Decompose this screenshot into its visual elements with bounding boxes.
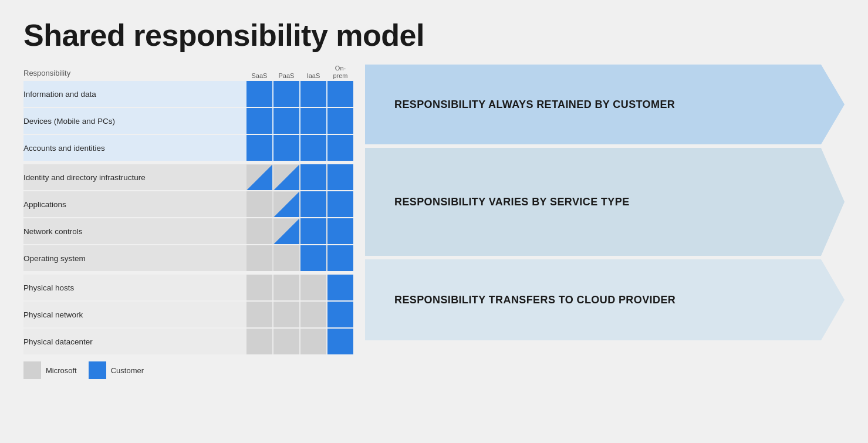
row-label-9: Physical datacenter (23, 337, 246, 346)
cell-9-3 (327, 329, 353, 354)
cell-6-3 (327, 245, 353, 271)
cell-9-0 (246, 329, 272, 354)
legend: Microsoft Customer (23, 361, 353, 379)
table-row: Information and data (23, 81, 353, 107)
cell-8-1 (273, 302, 299, 327)
table-row: Applications (23, 191, 353, 217)
table-row: Physical network (23, 302, 353, 327)
legend-microsoft-label: Microsoft (46, 366, 77, 375)
cell-3-1 (273, 164, 299, 190)
cell-9-1 (273, 329, 299, 354)
table-row: Network controls (23, 218, 353, 244)
page-title: Shared responsibility model (23, 18, 845, 53)
legend-customer: Customer (89, 361, 144, 379)
table-row: Devices (Mobile and PCs) (23, 108, 353, 134)
table-header: Responsibility SaaS PaaS IaaS On-prem (23, 65, 353, 80)
cell-8-3 (327, 302, 353, 327)
cell-2-1 (273, 135, 299, 161)
cell-8-0 (246, 302, 272, 327)
row-label-4: Applications (23, 200, 246, 209)
row-label-5: Network controls (23, 227, 246, 236)
banner-text-3: RESPONSIBILITY TRANSFERS TO CLOUD PROVID… (365, 294, 711, 306)
col-header-iaas: IaaS (300, 72, 326, 80)
row-cells-6 (246, 245, 353, 271)
cell-7-3 (327, 275, 353, 300)
row-cells-7 (246, 275, 353, 300)
col-headers: SaaS PaaS IaaS On-prem (246, 65, 353, 80)
cell-0-1 (273, 81, 299, 107)
row-cells-5 (246, 218, 353, 244)
legend-customer-label: Customer (111, 366, 144, 375)
cell-0-0 (246, 81, 272, 107)
cell-2-3 (327, 135, 353, 161)
row-cells-1 (246, 108, 353, 134)
cell-5-3 (327, 218, 353, 244)
banner-text-2: RESPONSIBILITY VARIES BY SERVICE TYPE (365, 196, 665, 208)
row-cells-4 (246, 191, 353, 217)
col-header-paas: PaaS (273, 72, 299, 80)
slide: Shared responsibility model Responsibili… (0, 0, 868, 443)
cell-7-2 (300, 275, 326, 300)
legend-microsoft-box (23, 361, 41, 379)
cell-8-2 (300, 302, 326, 327)
table-container: Responsibility SaaS PaaS IaaS On-prem In… (23, 65, 353, 379)
cell-3-3 (327, 164, 353, 190)
row-label-2: Accounts and identities (23, 144, 246, 153)
row-label-1: Devices (Mobile and PCs) (23, 117, 246, 126)
responsibility-header-label: Responsibility (23, 65, 246, 80)
banner-1: RESPONSIBILITY ALWAYS RETAINED BY CUSTOM… (365, 65, 845, 144)
row-label-0: Information and data (23, 90, 246, 99)
row-cells-3 (246, 164, 353, 190)
col-header-saas: SaaS (246, 72, 272, 80)
table-row: Operating system (23, 245, 353, 271)
row-label-7: Physical hosts (23, 283, 246, 292)
row-label-8: Physical network (23, 310, 246, 319)
banner-3: RESPONSIBILITY TRANSFERS TO CLOUD PROVID… (365, 259, 845, 340)
cell-1-0 (246, 108, 272, 134)
cell-4-3 (327, 191, 353, 217)
row-cells-9 (246, 329, 353, 354)
cell-9-2 (300, 329, 326, 354)
table-rows: Information and dataDevices (Mobile and … (23, 81, 353, 354)
cell-1-2 (300, 108, 326, 134)
cell-6-2 (300, 245, 326, 271)
cell-4-0 (246, 191, 272, 217)
cell-0-3 (327, 81, 353, 107)
row-cells-2 (246, 135, 353, 161)
cell-7-0 (246, 275, 272, 300)
cell-1-3 (327, 108, 353, 134)
table-row: Physical datacenter (23, 329, 353, 354)
banner-text-1: RESPONSIBILITY ALWAYS RETAINED BY CUSTOM… (365, 99, 710, 111)
cell-6-1 (273, 245, 299, 271)
row-label-6: Operating system (23, 254, 246, 263)
table-row: Identity and directory infrastructure (23, 164, 353, 190)
cell-6-0 (246, 245, 272, 271)
cell-4-1 (273, 191, 299, 217)
cell-7-1 (273, 275, 299, 300)
content-area: Responsibility SaaS PaaS IaaS On-prem In… (23, 65, 845, 379)
cell-5-1 (273, 218, 299, 244)
cell-1-1 (273, 108, 299, 134)
cell-2-2 (300, 135, 326, 161)
table-row: Accounts and identities (23, 135, 353, 161)
table-row: Physical hosts (23, 275, 353, 300)
cell-0-2 (300, 81, 326, 107)
cell-2-0 (246, 135, 272, 161)
row-cells-0 (246, 81, 353, 107)
cell-3-2 (300, 164, 326, 190)
cell-5-0 (246, 218, 272, 244)
banner-2: RESPONSIBILITY VARIES BY SERVICE TYPE (365, 148, 845, 256)
row-cells-8 (246, 302, 353, 327)
cell-4-2 (300, 191, 326, 217)
legend-customer-box (89, 361, 106, 379)
banners-container: RESPONSIBILITY ALWAYS RETAINED BY CUSTOM… (353, 65, 845, 379)
cell-5-2 (300, 218, 326, 244)
row-label-3: Identity and directory infrastructure (23, 173, 246, 182)
legend-microsoft: Microsoft (23, 361, 77, 379)
cell-3-0 (246, 164, 272, 190)
col-header-onprem: On-prem (327, 65, 353, 80)
